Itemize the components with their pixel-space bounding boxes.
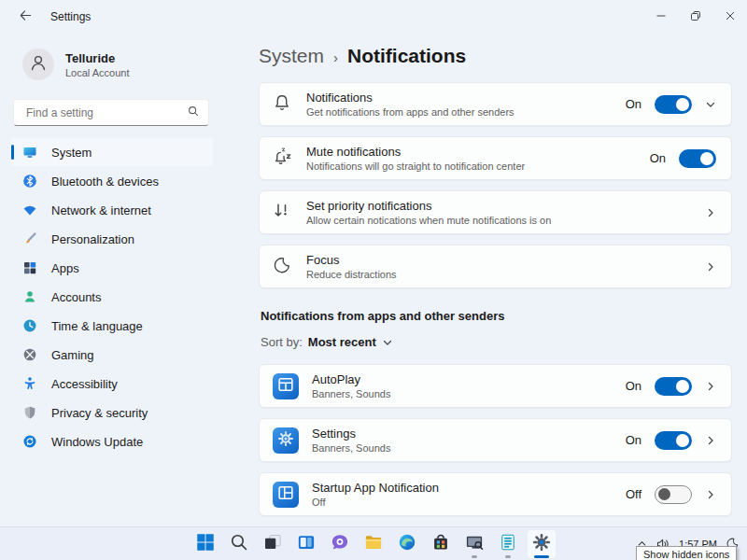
chevron-right-icon [705, 489, 716, 500]
card-mute-notifications[interactable]: Mute notificationsNotifications will go … [259, 136, 732, 180]
settings-window: Settings Telluride Local Account SystemB… [0, 0, 747, 560]
card-title: Mute notifications [306, 145, 650, 159]
privacy-icon [22, 405, 37, 420]
card-settings[interactable]: SettingsBanners, SoundsOn [259, 418, 732, 462]
person-icon [27, 51, 49, 77]
toggle-knob [658, 488, 670, 500]
taskbar-chat-button[interactable] [326, 530, 354, 558]
sidebar-item-label: Accounts [51, 290, 101, 304]
sidebar-item-windows-update[interactable]: Windows Update [11, 427, 213, 455]
card-title: Focus [306, 253, 705, 267]
toggle-startup-app-notification[interactable] [655, 485, 692, 504]
breadcrumb-parent[interactable]: System [259, 45, 324, 67]
card-title: Settings [312, 427, 626, 441]
taskbar-file-explorer-button[interactable] [359, 530, 388, 558]
startup-app-icon [276, 483, 295, 506]
sidebar-item-privacy-security[interactable]: Privacy & security [11, 399, 213, 427]
toggle-state-label: Off [626, 487, 641, 501]
taskbar-store-button[interactable] [427, 530, 455, 558]
taskbar-snap-window-button[interactable] [292, 530, 320, 558]
personalization-icon [22, 231, 37, 246]
toggle-mute-notifications[interactable] [679, 149, 716, 168]
sidebar-item-network-internet[interactable]: Network & internet [11, 196, 213, 224]
taskbar-notes-button[interactable] [494, 530, 522, 558]
chevron-right-icon [705, 207, 716, 218]
card-title: Notifications [306, 91, 626, 105]
windows-update-icon [22, 434, 37, 449]
toggle-knob [676, 98, 689, 111]
back-arrow-icon [19, 8, 33, 26]
store-icon [431, 533, 450, 555]
chevron-down-icon[interactable] [705, 99, 716, 110]
toggle-settings[interactable] [655, 431, 692, 450]
remote-display-icon [465, 533, 484, 555]
sidebar-item-gaming[interactable]: Gaming [11, 341, 213, 369]
settings-gear-icon [532, 533, 551, 555]
chevron-right-icon [705, 261, 716, 273]
selected-indicator [11, 145, 14, 160]
card-subtitle: Notifications will go straight to notifi… [306, 161, 650, 172]
search-taskbar-icon [230, 533, 248, 555]
settings-app-icon [276, 429, 295, 452]
card-subtitle: Off [312, 497, 626, 508]
sidebar-item-label: System [51, 146, 92, 160]
taskbar-settings-gear-button[interactable] [528, 530, 556, 558]
window-title: Settings [50, 10, 91, 23]
taskbar-start-button[interactable] [191, 530, 219, 558]
sidebar-item-time-language[interactable]: Time & language [11, 312, 213, 340]
account-profile[interactable]: Telluride Local Account [22, 49, 211, 80]
restore-button[interactable] [678, 0, 712, 34]
sidebar: Telluride Local Account SystemBluetooth … [0, 34, 224, 526]
app-tile [273, 427, 299, 454]
sort-label: Sort by: [261, 335, 303, 349]
sidebar-item-label: Personalization [51, 232, 134, 246]
card-icon-area [273, 256, 306, 278]
account-name: Telluride [65, 51, 130, 65]
sidebar-item-label: Accessibility [51, 377, 118, 391]
card-title: Startup App Notification [312, 481, 626, 495]
sidebar-nav: SystemBluetooth & devicesNetwork & inter… [0, 138, 224, 455]
card-notifications[interactable]: NotificationsGet notifications from apps… [259, 82, 732, 126]
close-button[interactable] [712, 0, 747, 34]
card-subtitle: Reduce distractions [306, 269, 705, 280]
breadcrumb: System › Notifications [259, 45, 732, 67]
app-tile [273, 373, 299, 399]
back-button[interactable] [13, 7, 37, 27]
toggle-autoplay[interactable] [655, 377, 692, 396]
start-icon [196, 533, 215, 555]
sidebar-item-accounts[interactable]: Accounts [11, 283, 213, 311]
search-icon [187, 105, 200, 121]
minimize-button[interactable] [643, 0, 678, 34]
card-autoplay[interactable]: AutoPlayBanners, SoundsOn [259, 364, 732, 408]
card-icon-area [273, 427, 312, 454]
card-icon-area [273, 202, 306, 224]
taskbar: 1:57 PM [0, 526, 747, 560]
taskbar-edge-button[interactable] [393, 530, 421, 558]
card-title: Set priority notifications [306, 199, 705, 213]
sidebar-item-accessibility[interactable]: Accessibility [11, 370, 213, 398]
toggle-notifications[interactable] [655, 95, 692, 114]
card-startup-app-notification[interactable]: Startup App NotificationOffOff [259, 472, 732, 516]
card-focus[interactable]: FocusReduce distractions [259, 245, 732, 288]
taskbar-remote-display-button[interactable] [460, 530, 488, 558]
sidebar-item-apps[interactable]: Apps [11, 254, 213, 282]
sidebar-item-label: Gaming [51, 348, 94, 362]
card-title: AutoPlay [312, 372, 626, 386]
search-input[interactable] [24, 105, 187, 120]
sort-dropdown[interactable]: Sort by: Most recent [261, 335, 732, 349]
task-view-icon [263, 533, 282, 555]
sidebar-item-bluetooth-devices[interactable]: Bluetooth & devices [11, 167, 213, 195]
card-icon-area [273, 147, 306, 170]
sidebar-item-personalization[interactable]: Personalization [11, 225, 213, 253]
sidebar-item-system[interactable]: System [11, 138, 213, 166]
taskbar-search-taskbar-button[interactable] [225, 530, 253, 558]
taskbar-task-view-button[interactable] [259, 530, 287, 558]
card-set-priority-notifications[interactable]: Set priority notificationsAllow certain … [259, 190, 732, 234]
chat-icon [331, 533, 349, 555]
priority-icon [273, 202, 291, 224]
breadcrumb-separator: › [333, 49, 338, 65]
card-icon-area [273, 93, 306, 116]
sidebar-item-label: Apps [51, 261, 79, 275]
bluetooth-icon [22, 174, 37, 189]
taskbar-indicator [505, 555, 511, 558]
